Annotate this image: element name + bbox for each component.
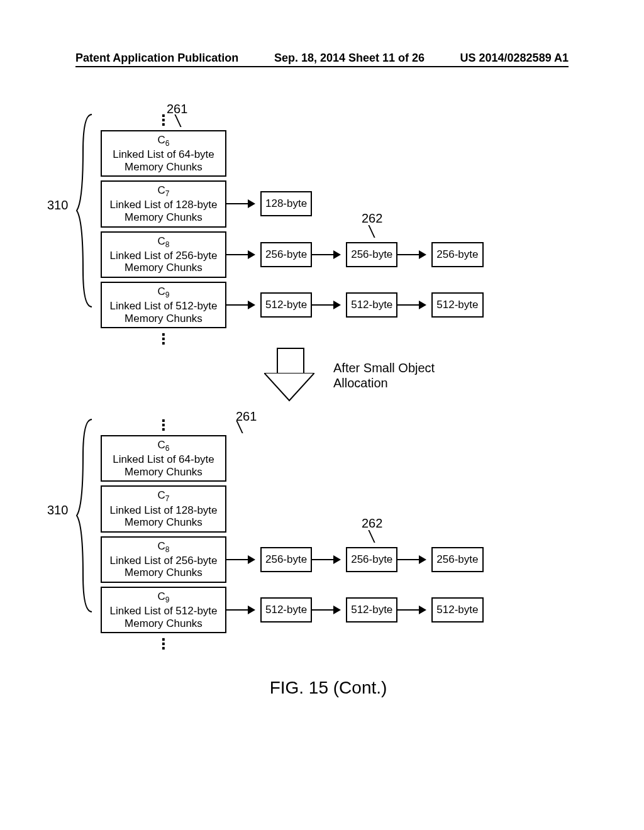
chunk-256: 256-byte: [260, 242, 312, 267]
chunk-256: 256-byte: [431, 242, 483, 267]
c8-sub: 8: [165, 545, 170, 554]
header-left: Patent Application Publication: [75, 52, 238, 65]
arrow-icon: [226, 199, 255, 208]
arrow-icon: [312, 250, 341, 259]
c6-c: C: [158, 439, 165, 451]
brace-icon: [75, 418, 93, 613]
c6-line: Linked List of 64-byte Memory Chunks: [113, 453, 214, 478]
row-c9-bot: C9 Linked List of 512-byte Memory Chunks…: [101, 587, 581, 633]
arrow-icon: [397, 250, 426, 259]
c7-c: C: [158, 489, 165, 501]
c7-sub: 7: [165, 495, 170, 504]
listbox-c8: C8 Linked List of 256-byte Memory Chunks: [101, 231, 226, 278]
chunk-512: 512-byte: [346, 292, 397, 318]
c8-line: Linked List of 256-byte Memory Chunks: [109, 250, 217, 274]
ref-262-label: 262: [362, 516, 382, 531]
arrow-icon: [226, 250, 255, 259]
c9-sub: 9: [165, 595, 170, 604]
down-arrow-icon: [264, 348, 314, 401]
ref-310-top: 310: [47, 198, 68, 213]
c6-line: Linked List of 64-byte Memory Chunks: [113, 148, 214, 173]
transition: After Small Object Allocation: [264, 348, 581, 423]
row-c6-bot: C6 Linked List of 64-byte Memory Chunks: [101, 435, 581, 482]
listbox-c9: C9 Linked List of 512-byte Memory Chunks: [101, 587, 226, 633]
chunk-256: 256-byte: [346, 242, 397, 267]
c7-sub: 7: [165, 190, 170, 199]
arrow-icon: [312, 555, 341, 564]
trans-line1: After Small Object: [333, 361, 435, 375]
chunk-256: 256-byte: [346, 547, 397, 572]
c6-sub: 6: [165, 445, 170, 453]
dots-top-1: ···: [101, 113, 226, 126]
c7-line: Linked List of 128-byte Memory Chunks: [109, 504, 217, 529]
chunk-512: 512-byte: [260, 292, 312, 318]
arrow-icon: [312, 606, 341, 614]
listbox-c6: C6 Linked List of 64-byte Memory Chunks: [101, 130, 226, 177]
page-header: Patent Application Publication Sep. 18, …: [75, 52, 569, 67]
chunk-512: 512-byte: [260, 597, 312, 622]
dots-bot-2: ···: [101, 637, 226, 650]
listbox-c9: C9 Linked List of 512-byte Memory Chunks: [101, 282, 226, 328]
ref-262-label: 262: [362, 211, 382, 226]
c6-sub: 6: [165, 139, 170, 148]
c9-line: Linked List of 512-byte Memory Chunks: [109, 605, 217, 629]
chunk-256: 256-byte: [431, 547, 483, 572]
row-c8-top: C8 Linked List of 256-byte Memory Chunks…: [101, 231, 581, 278]
chunk-128: 128-byte: [260, 191, 312, 216]
listbox-c6: C6 Linked List of 64-byte Memory Chunks: [101, 435, 226, 482]
svg-marker-0: [264, 373, 314, 401]
diagram-before: 310 261 ··· C6 Linked List of 64-byte Me…: [75, 113, 581, 353]
chunk-512: 512-byte: [346, 597, 397, 622]
c8-c: C: [158, 235, 165, 247]
c6-c: C: [158, 134, 165, 146]
row-c6-top: C6 Linked List of 64-byte Memory Chunks: [101, 130, 581, 177]
trans-line2: Allocation: [333, 376, 388, 390]
c8-c: C: [158, 540, 165, 552]
c7-c: C: [158, 184, 165, 196]
listbox-c7: C7 Linked List of 128-byte Memory Chunks: [101, 180, 226, 227]
listbox-c7: C7 Linked List of 128-byte Memory Chunks: [101, 485, 226, 532]
chunk-256: 256-byte: [260, 547, 312, 572]
c8-sub: 8: [165, 240, 170, 249]
transition-label: After Small Object Allocation: [333, 360, 435, 390]
c9-sub: 9: [165, 290, 170, 299]
c9-line: Linked List of 512-byte Memory Chunks: [109, 300, 217, 324]
c8-line: Linked List of 256-byte Memory Chunks: [109, 555, 217, 579]
arrow-icon: [312, 301, 341, 309]
header-right: US 2014/0282589 A1: [460, 52, 569, 65]
row-c9-top: C9 Linked List of 512-byte Memory Chunks…: [101, 282, 581, 328]
chunk-512: 512-byte: [431, 597, 483, 622]
header-center: Sep. 18, 2014 Sheet 11 of 26: [274, 52, 425, 65]
c9-c: C: [158, 285, 165, 297]
page: Patent Application Publication Sep. 18, …: [0, 0, 644, 830]
figure-region: 310 261 ··· C6 Linked List of 64-byte Me…: [75, 113, 581, 698]
arrow-icon: [397, 301, 426, 309]
arrow-icon: [226, 301, 255, 309]
arrow-icon: [226, 606, 255, 614]
listbox-c8: C8 Linked List of 256-byte Memory Chunks: [101, 536, 226, 583]
row-c8-bot: C8 Linked List of 256-byte Memory Chunks…: [101, 536, 581, 583]
arrow-icon: [226, 555, 255, 564]
chunk-512: 512-byte: [431, 292, 483, 318]
c9-c: C: [158, 590, 165, 602]
c7-line: Linked List of 128-byte Memory Chunks: [109, 199, 217, 223]
arrow-icon: [397, 606, 426, 614]
arrow-icon: [397, 555, 426, 564]
figure-caption: FIG. 15 (Cont.): [75, 678, 581, 698]
dots-top-2: ···: [101, 332, 226, 345]
row-c7-top: C7 Linked List of 128-byte Memory Chunks…: [101, 180, 581, 227]
ref-310-bottom: 310: [47, 503, 68, 517]
diagram-after: 310 261 ··· C6 Linked List of 64-byte Me…: [75, 418, 581, 658]
brace-icon: [75, 113, 93, 308]
dots-bot-1: ···: [101, 418, 226, 431]
row-c7-bot: C7 Linked List of 128-byte Memory Chunks: [101, 485, 581, 532]
